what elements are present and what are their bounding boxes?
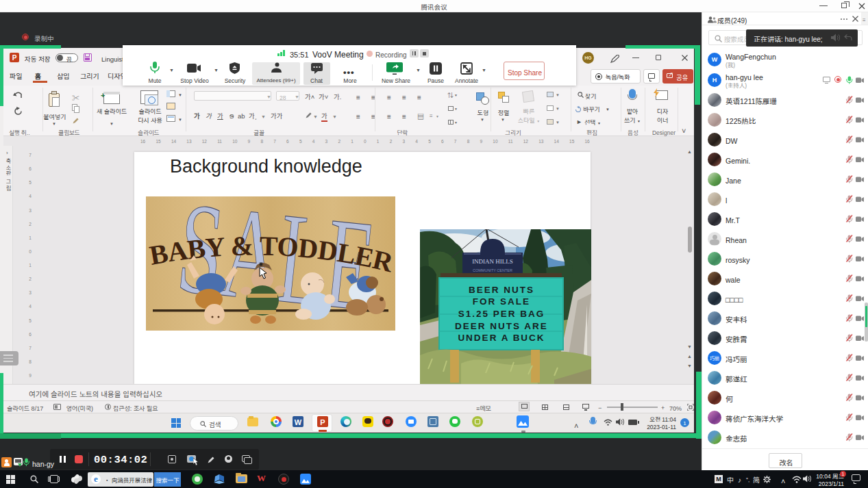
svg-text:COMMUNITY CENTER: COMMUNITY CENTER <box>473 268 512 273</box>
svg-text:BEER NUTS: BEER NUTS <box>469 285 534 295</box>
svg-text:DEER NUTS ARE: DEER NUTS ARE <box>455 321 548 331</box>
svg-text:INDIAN HILLS: INDIAN HILLS <box>472 258 513 265</box>
svg-text:FOR SALE: FOR SALE <box>473 296 530 307</box>
svg-text:S1.25 PER BAG: S1.25 PER BAG <box>458 309 545 319</box>
svg-text:UNDER A BUCK: UNDER A BUCK <box>458 333 545 343</box>
